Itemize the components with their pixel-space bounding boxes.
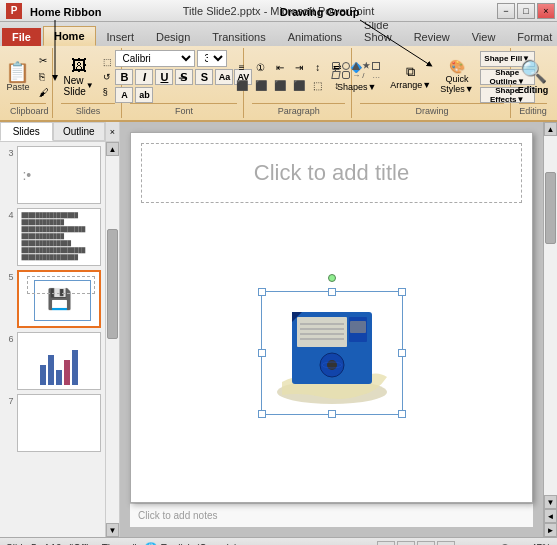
italic-button[interactable]: I: [135, 69, 153, 85]
tab-home[interactable]: Home: [43, 26, 96, 46]
shadow-button[interactable]: S: [195, 69, 213, 85]
slide-sorter-btn[interactable]: ⊟: [397, 541, 415, 546]
numbering-button[interactable]: ①: [252, 60, 270, 76]
content-area: [141, 213, 522, 492]
zoom-plus-btn[interactable]: +: [522, 542, 529, 546]
scroll-up-button[interactable]: ▲: [106, 142, 119, 156]
outline-tab[interactable]: Outline: [53, 122, 106, 141]
handle-top-left[interactable]: [258, 288, 266, 296]
slideshow-btn[interactable]: ▶: [437, 541, 455, 546]
handle-bottom-right[interactable]: [398, 410, 406, 418]
slide-num-6: 6: [4, 334, 13, 344]
align-left-button[interactable]: ⬛: [233, 78, 251, 94]
tab-animations[interactable]: Animations: [277, 27, 353, 46]
tab-file[interactable]: File: [2, 28, 41, 46]
slide-thumb-7[interactable]: [17, 394, 101, 452]
selected-object[interactable]: [261, 291, 403, 415]
tab-review[interactable]: Review: [403, 27, 461, 46]
format-painter-button[interactable]: 🖌: [35, 85, 53, 100]
underline-button[interactable]: U: [155, 69, 173, 85]
canvas-scroll-up[interactable]: ▲: [544, 122, 557, 136]
strikethrough-button[interactable]: S̶: [175, 69, 193, 85]
new-slide-icon: 🖼: [71, 57, 87, 75]
tab-view[interactable]: View: [461, 27, 507, 46]
text-direction-button[interactable]: ↕: [309, 60, 327, 76]
scroll-thumb[interactable]: [107, 229, 118, 339]
slide-num-3: 3: [4, 148, 13, 158]
font-case-button[interactable]: Aa: [215, 69, 233, 85]
ribbon-group-drawing: → / … Shapes▼ ⧉ Arrange▼: [354, 48, 511, 118]
slide-item-4: 4 ██████████████████████████████████████…: [4, 208, 101, 266]
view-buttons: ⊞ ⊟ 📖 ▶: [377, 541, 455, 546]
handle-mid-left[interactable]: [258, 349, 266, 357]
slide-thumb-5[interactable]: 💾: [17, 270, 101, 328]
zoom-minus-btn[interactable]: −: [461, 542, 468, 546]
slide-thumb-6[interactable]: [17, 332, 101, 390]
slide-panel-scrollbar: ▲ ▼: [105, 142, 119, 537]
tab-design[interactable]: Design: [145, 27, 201, 46]
handle-top-right[interactable]: [398, 288, 406, 296]
handle-bottom-left[interactable]: [258, 410, 266, 418]
decrease-indent-button[interactable]: ⇤: [271, 60, 289, 76]
notes-bar[interactable]: Click to add notes: [130, 503, 533, 527]
rotation-handle[interactable]: [328, 274, 336, 282]
zoom-control: − + 47%: [461, 542, 551, 546]
paste-label: Paste: [6, 82, 29, 92]
reading-view-btn[interactable]: 📖: [417, 541, 435, 546]
highlight-button[interactable]: ab: [135, 87, 153, 103]
align-right-button[interactable]: ⬛: [271, 78, 289, 94]
canvas-scroll-down[interactable]: ▼: [544, 495, 557, 509]
justify-button[interactable]: ⬛: [290, 78, 308, 94]
next-slide-btn[interactable]: ►: [544, 523, 557, 537]
minimize-button[interactable]: −: [497, 3, 515, 19]
handle-mid-right[interactable]: [398, 349, 406, 357]
new-slide-button[interactable]: 🖼 New Slide ▼: [61, 55, 97, 99]
normal-view-btn[interactable]: ⊞: [377, 541, 395, 546]
slide-canvas[interactable]: Click to add title: [130, 132, 533, 503]
canvas-scroll-thumb[interactable]: [545, 172, 556, 244]
font-color-button[interactable]: A: [115, 87, 133, 103]
status-bar: Slide 5 of 10 "Office Theme" 🌐 English (…: [0, 537, 557, 545]
layout-button[interactable]: ⬚: [99, 55, 116, 69]
quick-styles-button[interactable]: 🎨 Quick Styles▼: [437, 57, 476, 96]
bullets-button[interactable]: ≡: [233, 60, 251, 76]
font-face-select[interactable]: Calibri: [115, 50, 195, 67]
tab-insert[interactable]: Insert: [96, 27, 146, 46]
drawing-controls: → / … Shapes▼ ⧉ Arrange▼: [329, 50, 534, 103]
prev-slide-btn[interactable]: ◄: [544, 509, 557, 523]
slide-thumb-6-content: [18, 333, 100, 389]
editing-icon: 🔍: [520, 59, 547, 85]
shape-more: …: [372, 71, 381, 80]
font-size-select[interactable]: 32: [197, 50, 227, 67]
align-center-button[interactable]: ⬛: [252, 78, 270, 94]
section-button[interactable]: §: [99, 85, 116, 99]
quick-styles-label2: Styles▼: [440, 84, 473, 94]
increase-indent-button[interactable]: ⇥: [290, 60, 308, 76]
columns-button[interactable]: ⬚: [309, 78, 327, 94]
drawing-label-text: Drawing: [360, 103, 504, 116]
shapes-button[interactable]: → / … Shapes▼: [329, 60, 384, 94]
scroll-down-button[interactable]: ▼: [106, 523, 119, 537]
cut-button[interactable]: ✂: [35, 53, 53, 68]
tab-transitions[interactable]: Transitions: [201, 27, 276, 46]
slide-thumb-4[interactable]: ████████████████████████████████████████…: [17, 208, 101, 266]
maximize-button[interactable]: □: [517, 3, 535, 19]
bold-button[interactable]: B: [115, 69, 133, 85]
slide-thumb-3[interactable]: :•: [17, 146, 101, 204]
reset-button[interactable]: ↺: [99, 70, 116, 84]
copy-button[interactable]: ⎘: [35, 69, 53, 84]
close-button[interactable]: ×: [537, 3, 555, 19]
tab-format[interactable]: Format: [506, 27, 557, 46]
slide-panel: Slides Outline × 3 :• 4: [0, 122, 120, 537]
clipboard-buttons: 📋 Paste ✂ ⎘ 🖌: [2, 50, 53, 103]
paste-button[interactable]: 📋 Paste: [2, 60, 33, 94]
panel-close-button[interactable]: ×: [105, 122, 119, 141]
slides-tab[interactable]: Slides: [0, 122, 53, 141]
handle-bottom-mid[interactable]: [328, 410, 336, 418]
slide-num-7: 7: [4, 396, 13, 406]
handle-top-mid[interactable]: [328, 288, 336, 296]
title-placeholder[interactable]: Click to add title: [141, 143, 522, 203]
notes-placeholder-text: Click to add notes: [138, 510, 218, 521]
slide-thumb-7-content: [18, 395, 100, 451]
arrange-button[interactable]: ⧉ Arrange▼: [387, 62, 434, 92]
